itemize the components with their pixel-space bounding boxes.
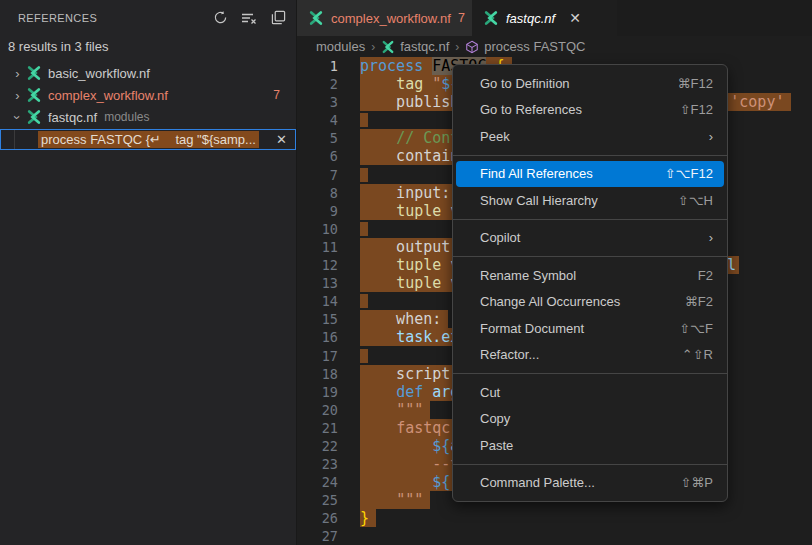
- file-row-complex_workflow-nf[interactable]: ›complex_workflow.nf7: [0, 84, 296, 106]
- menu-item-label: Change All Occurrences: [480, 294, 665, 309]
- nextflow-file-icon: [308, 10, 324, 26]
- line-number: 5: [297, 129, 360, 147]
- line-number: 16: [297, 328, 360, 346]
- selection-newline-stub: [360, 294, 368, 308]
- line-number: 11: [297, 238, 360, 256]
- tree-indent-guide: [14, 130, 15, 149]
- line-number: 13: [297, 274, 360, 292]
- code-line-27: 27: [297, 527, 812, 545]
- line-number: 26: [297, 509, 360, 527]
- menu-item-shortcut: ⇧⌥F12: [665, 166, 713, 181]
- symbol-module-icon: [465, 40, 479, 54]
- menu-item-paste[interactable]: Paste: [453, 432, 727, 459]
- line-number: 1: [297, 57, 360, 75]
- menu-item-copy[interactable]: Copy: [453, 406, 727, 433]
- selection-newline-stub: [360, 113, 368, 127]
- tab-label: complex_workflow.nf: [331, 11, 451, 26]
- menu-separator: [453, 464, 727, 465]
- collapse-all-icon[interactable]: [268, 8, 288, 28]
- selection-newline-stub: [360, 349, 368, 363]
- file-row-fastqc-nf[interactable]: ›fastqc.nfmodules: [0, 106, 296, 128]
- menu-item-label: Go to References: [480, 102, 660, 117]
- menu-item-shortcut: ⌃⇧R: [682, 347, 713, 362]
- submenu-arrow-icon: ›: [709, 129, 713, 144]
- menu-item-label: Peek: [480, 129, 689, 144]
- close-tab-icon[interactable]: ✕: [569, 10, 581, 26]
- chevron-right-icon[interactable]: ›: [9, 66, 26, 81]
- menu-item-find-all-references[interactable]: Find All References⇧⌥F12: [456, 161, 724, 188]
- references-panel: REFERENCES 8 results in 3 files ›basic_w…: [0, 0, 297, 545]
- menu-item-peek[interactable]: Peek›: [453, 123, 727, 150]
- menu-item-shortcut: ⌘F12: [678, 76, 713, 91]
- panel-title: REFERENCES: [18, 12, 210, 24]
- editor-context-menu: Go to Definition⌘F12Go to References⇧F12…: [452, 64, 728, 502]
- menu-item-refactor[interactable]: Refactor...⌃⇧R: [453, 342, 727, 369]
- menu-item-cut[interactable]: Cut: [453, 379, 727, 406]
- reference-result-item[interactable]: process FASTQC {↵ tag "${samp... ✕: [0, 129, 296, 150]
- tab-complex-workflow[interactable]: complex_workflow.nf 7: [297, 0, 472, 36]
- refresh-icon[interactable]: [210, 8, 230, 28]
- tab-bar: complex_workflow.nf 7 fastqc.nf ✕: [297, 0, 812, 36]
- menu-item-label: Refactor...: [480, 347, 662, 362]
- line-number: 7: [297, 166, 360, 184]
- menu-item-format-document[interactable]: Format Document⇧⌥F: [453, 315, 727, 342]
- reference-count-badge: 7: [273, 88, 280, 102]
- chevron-right-icon[interactable]: ›: [9, 88, 26, 103]
- line-content: }: [360, 509, 812, 527]
- selection-newline-stub: [360, 222, 368, 236]
- line-number: 22: [297, 437, 360, 455]
- menu-item-show-call-hierarchy[interactable]: Show Call Hierarchy⇧⌥H: [453, 187, 727, 214]
- clear-results-icon[interactable]: [239, 8, 259, 28]
- dismiss-result-icon[interactable]: ✕: [276, 132, 287, 147]
- code-line-26: 26}: [297, 509, 812, 527]
- line-number: 19: [297, 383, 360, 401]
- menu-item-label: Find All References: [480, 166, 645, 181]
- tab-fastqc[interactable]: fastqc.nf ✕: [472, 0, 617, 36]
- menu-item-command-palette[interactable]: Command Palette...⇧⌘P: [453, 470, 727, 497]
- line-number: 17: [297, 347, 360, 365]
- menu-item-label: Format Document: [480, 321, 659, 336]
- reference-result-text: process FASTQC {↵ tag "${samp...: [38, 131, 259, 148]
- tab-problem-badge: 7: [458, 11, 465, 25]
- menu-item-label: Command Palette...: [480, 475, 660, 490]
- menu-item-go-to-references[interactable]: Go to References⇧F12: [453, 97, 727, 124]
- file-row-basic_workflow-nf[interactable]: ›basic_workflow.nf: [0, 62, 296, 84]
- line-content: [360, 527, 812, 545]
- menu-item-shortcut: ⇧⌥H: [678, 193, 713, 208]
- nextflow-file-icon: [381, 40, 395, 54]
- menu-separator: [453, 219, 727, 220]
- line-number: 27: [297, 527, 360, 545]
- file-description: modules: [104, 110, 149, 124]
- results-summary: 8 results in 3 files: [0, 35, 296, 62]
- line-number: 4: [297, 111, 360, 129]
- vscode-window: REFERENCES 8 results in 3 files ›basic_w…: [0, 0, 812, 545]
- line-number: 3: [297, 93, 360, 111]
- menu-item-shortcut: ⇧⌥F: [679, 321, 713, 336]
- menu-item-change-all-occurrences[interactable]: Change All Occurrences⌘F2: [453, 289, 727, 316]
- menu-item-rename-symbol[interactable]: Rename SymbolF2: [453, 262, 727, 289]
- line-number: 20: [297, 401, 360, 419]
- line-number: 21: [297, 419, 360, 437]
- line-number: 23: [297, 455, 360, 473]
- file-label: complex_workflow.nf: [48, 88, 168, 103]
- menu-separator: [453, 373, 727, 374]
- breadcrumb-item-symbol[interactable]: process FASTQC: [465, 39, 585, 54]
- breadcrumb-item-modules[interactable]: modules: [316, 39, 365, 54]
- line-number: 2: [297, 75, 360, 93]
- line-number: 10: [297, 220, 360, 238]
- menu-item-go-to-definition[interactable]: Go to Definition⌘F12: [453, 70, 727, 97]
- line-number: 15: [297, 310, 360, 328]
- chevron-down-icon[interactable]: ›: [10, 109, 25, 126]
- file-label: basic_workflow.nf: [48, 66, 150, 81]
- menu-item-label: Cut: [480, 385, 713, 400]
- line-number: 12: [297, 256, 360, 274]
- line-number: 24: [297, 473, 360, 491]
- submenu-arrow-icon: ›: [709, 230, 713, 245]
- menu-item-label: Paste: [480, 438, 713, 453]
- file-label: fastqc.nf: [48, 110, 97, 125]
- breadcrumb-item-file[interactable]: fastqc.nf: [381, 39, 449, 54]
- menu-item-copilot[interactable]: Copilot›: [453, 225, 727, 252]
- line-number: 14: [297, 292, 360, 310]
- line-number: 8: [297, 184, 360, 202]
- menu-item-shortcut: F2: [698, 268, 713, 283]
